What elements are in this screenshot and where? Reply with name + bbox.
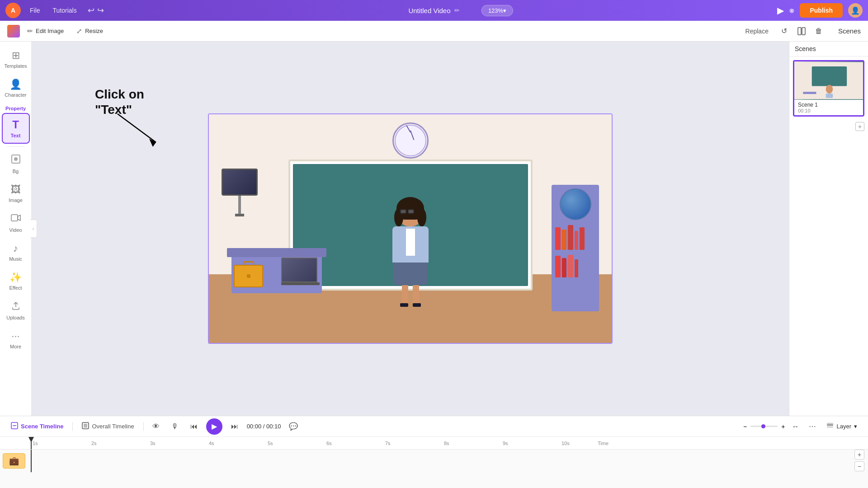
ruler-bar: 1s 2s 3s 4s 5s 6s 7s 8s 9s 10s Time [0, 437, 868, 450]
timeline-track[interactable]: 💼 [0, 450, 868, 472]
ruler-label-9s: 9s [503, 441, 561, 446]
svg-marker-7 [149, 139, 156, 147]
annotation-overlay: Click on "Text" [95, 87, 144, 117]
briefcase-handle [243, 261, 254, 266]
ruler-label-7s: 7s [385, 441, 444, 446]
sidebar-item-more[interactable]: ··· More [2, 326, 30, 354]
comment-button[interactable]: 💬 [287, 420, 300, 433]
edit-title-icon[interactable]: ✏ [454, 7, 460, 14]
annotation-arrow [113, 112, 167, 148]
tutorials-menu[interactable]: Tutorials [49, 5, 80, 16]
timeline-ruler: 1s 2s 3s 4s 5s 6s 7s 8s 9s 10s Time 💼 [0, 437, 868, 488]
scenes-panel-header: Scenes [789, 42, 868, 56]
tab-separator-2 [143, 422, 144, 431]
uploads-icon [11, 300, 21, 313]
svg-rect-19 [827, 424, 833, 426]
text-icon: T [12, 118, 19, 131]
resize-button[interactable]: ⤢ Resize [71, 24, 108, 38]
track-item-briefcase[interactable]: 💼 [3, 453, 25, 469]
scene-1-thumbnail[interactable]: Scene 1 00:10 [793, 60, 864, 117]
shelf-books-bottom [555, 253, 595, 277]
ruler-label-2s: 2s [91, 441, 150, 446]
tv-monitor [222, 169, 258, 216]
timeline-area: Scene Timeline Overall Timeline 👁 🎙 ⏮ ▶ … [0, 416, 868, 488]
skip-back-button[interactable]: ⏮ [187, 420, 201, 433]
sidebar-item-bg[interactable]: Bg [2, 150, 30, 178]
visibility-toggle[interactable]: 👁 [149, 420, 163, 433]
sidebar-item-effect[interactable]: ✨ Effect [2, 267, 30, 295]
undo-redo-group: ↩ ↪ [88, 5, 104, 15]
bookshelf [552, 185, 599, 311]
svg-rect-20 [827, 427, 833, 427]
svg-rect-9 [812, 66, 847, 86]
sidebar-item-video[interactable]: Video [2, 208, 30, 237]
briefcase-track-icon: 💼 [9, 456, 19, 466]
book [575, 231, 578, 250]
redo-button[interactable]: ↪ [97, 5, 104, 15]
tab-scene-timeline[interactable]: Scene Timeline [7, 420, 67, 432]
app-logo[interactable]: A [5, 3, 21, 18]
book [580, 227, 585, 250]
teacher-character [386, 199, 435, 307]
ruler-label-4s: 4s [209, 441, 268, 446]
timeline-right-controls: − + ↔ ⋯ Layer ▾ [743, 420, 861, 433]
zoom-minus[interactable]: − [743, 423, 747, 430]
share-icon[interactable]: ⎈ [789, 6, 794, 15]
delete-icon[interactable]: 🗑 [812, 24, 826, 38]
sidebar-item-templates[interactable]: ⊞ Templates [2, 45, 30, 73]
scenes-label: Scenes [795, 45, 816, 52]
mic-button[interactable]: 🎙 [168, 420, 182, 433]
sidebar-item-uploads[interactable]: Uploads [2, 296, 30, 325]
zoom-slider[interactable] [750, 426, 778, 427]
rotate-icon[interactable]: ↺ [778, 24, 791, 38]
file-menu[interactable]: File [26, 5, 44, 16]
scenes-panel: Scenes Scene 1 00:10 [789, 42, 868, 416]
book [562, 258, 566, 277]
add-scene-area: + [789, 120, 868, 133]
tab-overall-timeline[interactable]: Overall Timeline [78, 420, 137, 432]
char-skirt [393, 263, 427, 285]
zoom-control[interactable]: 123%▾ [481, 5, 513, 16]
expand-timeline-button[interactable]: ↔ [788, 420, 802, 433]
zoom-plus[interactable]: + [781, 423, 785, 430]
canvas[interactable] [208, 113, 613, 344]
book [575, 259, 578, 277]
add-scene-button[interactable]: + [855, 122, 864, 131]
laptop [281, 258, 317, 285]
add-time-button[interactable]: + [854, 450, 864, 460]
sidebar-item-character[interactable]: 👤 Character [2, 74, 30, 102]
color-swatch[interactable] [7, 25, 20, 38]
ruler-label-6s: 6s [326, 441, 385, 446]
annotation-line1: Click on [95, 87, 144, 102]
remove-time-button[interactable]: − [854, 461, 864, 471]
replace-button[interactable]: Replace [742, 26, 772, 37]
play-pause-button[interactable]: ▶ [206, 418, 222, 435]
avatar[interactable]: 👤 [848, 3, 863, 18]
sidebar-collapse-arrow[interactable]: › [30, 220, 37, 238]
tab-separator [72, 422, 73, 431]
edit-image-button[interactable]: ✏ Edit Image [22, 24, 69, 38]
svg-point-10 [826, 85, 833, 94]
ruler-needle-line [31, 437, 32, 449]
timeline-more-button[interactable]: ⋯ [806, 420, 819, 433]
char-legs [392, 285, 429, 303]
sidebar-item-text[interactable]: T Text [2, 113, 30, 144]
sidebar-item-music[interactable]: ♪ Music [2, 238, 30, 266]
split-icon[interactable] [795, 24, 808, 38]
svg-rect-11 [826, 94, 833, 98]
avatar-icon: 👤 [851, 6, 860, 15]
skip-forward-button[interactable]: ⏭ [228, 420, 241, 433]
char-shoe-left [400, 303, 408, 307]
char-leg-left [402, 285, 408, 303]
clock-minute-hand [410, 131, 414, 140]
char-shoe-right [413, 303, 421, 307]
publish-button[interactable]: Publish [800, 3, 843, 18]
svg-point-3 [14, 157, 18, 161]
layer-select[interactable]: Layer ▾ [823, 420, 861, 432]
sidebar-item-image[interactable]: 🖼 Image [2, 179, 30, 207]
undo-button[interactable]: ↩ [88, 5, 94, 15]
scene-1-name: Scene 1 [798, 102, 859, 108]
ruler-label-1s: 1s [33, 441, 91, 446]
scene-1-duration: 00:10 [798, 108, 859, 113]
preview-play-icon[interactable]: ▶ [777, 5, 784, 16]
